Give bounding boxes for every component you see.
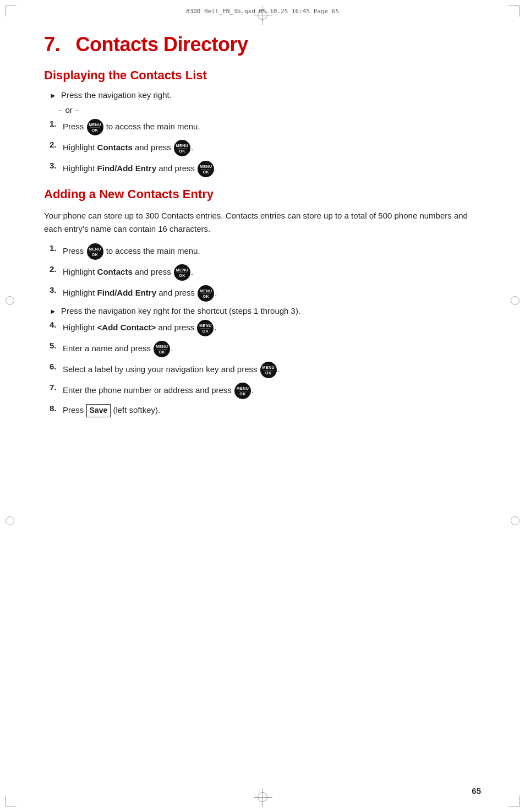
menu-ok-button-icon: MENU OK [174, 140, 190, 156]
reg-circle-right-top [511, 296, 519, 305]
s2-step4-text: Highlight <Add Contact> and press MENU O… [63, 320, 481, 336]
step-number: 8. [50, 404, 63, 413]
reg-circle-right-bottom [511, 516, 519, 525]
section2-step6: 6. Select a label by using your navigati… [44, 362, 481, 378]
file-info: 8300 Bell_EN_3b.qxd 05.10.25 16:45 Page … [186, 8, 339, 15]
or-separator: – or – [44, 105, 481, 115]
crop-mark-br [508, 795, 519, 806]
section2-step1: 1. Press MENU OK to access the main menu… [44, 243, 481, 260]
step-number: 7. [50, 383, 63, 392]
section2-bullet-shortcut: ► Press the navigation key right for the… [44, 306, 481, 315]
s2-step8-text: Press Save (left softkey). [63, 404, 481, 417]
step-number: 1. [50, 119, 63, 128]
section2-step4: 4. Highlight <Add Contact> and press MEN… [44, 320, 481, 336]
step-number: 2. [50, 264, 63, 274]
section1-step1: 1. Press MENU OK to access the main menu… [44, 119, 481, 135]
section1-step2: 2. Highlight Contacts and press MENU OK … [44, 140, 481, 156]
shortcut-text: Press the navigation key right for the s… [61, 306, 300, 315]
bullet-arrow-icon: ► [50, 91, 57, 100]
section2-heading: Adding a New Contacts Entry [44, 187, 481, 201]
section1-heading: Displaying the Contacts List [44, 68, 481, 83]
page-container: 8300 Bell_EN_3b.qxd 05.10.25 16:45 Page … [0, 0, 525, 812]
reg-circle-left-bottom [6, 516, 14, 525]
reg-circle-bottom [258, 792, 267, 802]
menu-ok-button-icon: MENU OK [198, 285, 214, 302]
menu-ok-button-icon: MENU OK [174, 264, 190, 281]
crop-mark-tl [6, 6, 17, 17]
step-number: 6. [50, 362, 63, 371]
crop-mark-tr [508, 6, 519, 17]
step-number: 5. [50, 341, 63, 350]
menu-ok-button-icon: MENU OK [154, 341, 170, 357]
crop-mark-bl [6, 795, 17, 806]
section1-bullet1: ► Press the navigation key right. [44, 90, 481, 100]
step-number: 3. [50, 161, 63, 170]
s2-step1-text: Press MENU OK to access the main menu. [63, 243, 481, 260]
menu-ok-button-icon: MENU OK [234, 383, 251, 399]
step1-text: Press MENU OK to access the main menu. [63, 119, 481, 135]
section2-step8: 8. Press Save (left softkey). [44, 404, 481, 417]
step-number: 3. [50, 285, 63, 295]
menu-ok-button-icon: MENU OK [87, 243, 103, 260]
s2-step2-text: Highlight Contacts and press MENU OK . [63, 264, 481, 281]
section1: Displaying the Contacts List ► Press the… [44, 68, 481, 177]
s2-step3-text: Highlight Find/Add Entry and press MENU … [63, 285, 481, 302]
s2-step5-text: Enter a name and press MENU OK . [63, 341, 481, 357]
menu-ok-button-icon: MENU OK [87, 119, 103, 135]
section2-step5: 5. Enter a name and press MENU OK . [44, 341, 481, 357]
step2-text: Highlight Contacts and press MENU OK . [63, 140, 481, 156]
content-area: 7. Contacts Directory Displaying the Con… [44, 33, 481, 779]
file-header: 8300 Bell_EN_3b.qxd 05.10.25 16:45 Page … [22, 8, 503, 15]
menu-ok-button-icon: MENU OK [260, 362, 277, 378]
bullet-arrow-icon: ► [50, 307, 57, 315]
section1-bullet1-text: Press the navigation key right. [61, 90, 172, 100]
step-number: 4. [50, 320, 63, 329]
section2: Adding a New Contacts Entry Your phone c… [44, 187, 481, 417]
menu-ok-button-icon: MENU OK [197, 320, 214, 336]
section2-intro: Your phone can store up to 300 Contacts … [44, 209, 481, 236]
menu-ok-button-icon: MENU OK [198, 161, 214, 177]
chapter-title: 7. Contacts Directory [44, 33, 481, 56]
page-number: 65 [472, 786, 481, 795]
s2-step6-text: Select a label by using your navigation … [63, 362, 481, 378]
step-number: 2. [50, 140, 63, 149]
step3-text: Highlight Find/Add Entry and press MENU … [63, 161, 481, 177]
section2-step3: 3. Highlight Find/Add Entry and press ME… [44, 285, 481, 302]
s2-step7-text: Enter the phone number or address and pr… [63, 383, 481, 399]
step-number: 1. [50, 243, 63, 253]
section1-step3: 3. Highlight Find/Add Entry and press ME… [44, 161, 481, 177]
section2-step7: 7. Enter the phone number or address and… [44, 383, 481, 399]
section2-step2: 2. Highlight Contacts and press MENU OK … [44, 264, 481, 281]
reg-circle-left-top [6, 296, 14, 305]
save-key: Save [86, 404, 111, 417]
